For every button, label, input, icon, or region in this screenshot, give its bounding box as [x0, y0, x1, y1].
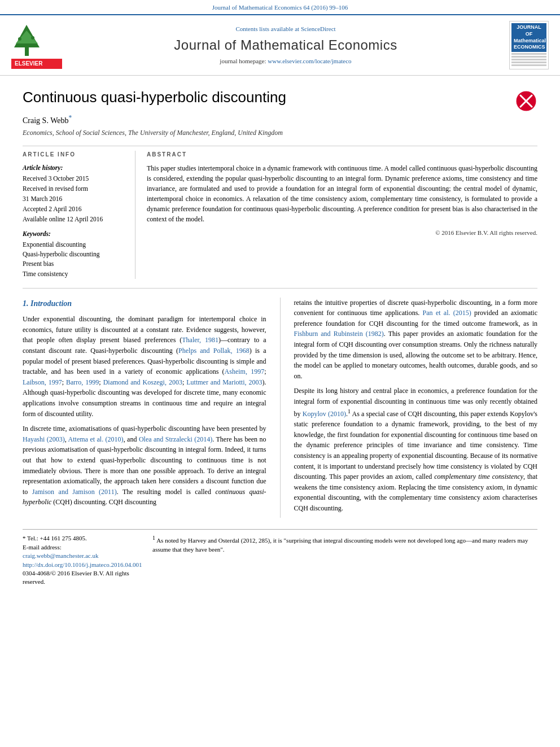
- elsevier-tree-icon: [11, 22, 42, 59]
- footnote-text: As noted by Harvey and Osterdal (2012, 2…: [152, 537, 528, 553]
- homepage-link[interactable]: www.elsevier.com/locate/jmateco: [268, 58, 351, 64]
- keyword-0: Exponential discounting: [23, 240, 126, 249]
- keyword-1: Quasi-hyperbolic discounting: [23, 250, 126, 259]
- keyword-3: Time consistency: [23, 269, 126, 278]
- body-para-1: Under exponential discounting, the domin…: [23, 314, 266, 419]
- author-name: Craig S. Webb*: [23, 113, 537, 126]
- column-divider: [280, 298, 281, 518]
- journal-homepage: journal homepage: www.elsevier.com/locat…: [68, 57, 504, 65]
- elsevier-wordmark: ELSEVIER: [11, 59, 62, 69]
- footnote-right: 1 As noted by Harvey and Osterdal (2012,…: [152, 534, 537, 586]
- journal-title: Journal of Mathematical Economics: [68, 36, 504, 55]
- hayashi-ref[interactable]: Hayashi (2003): [23, 435, 65, 443]
- author-affiliation: Economics, School of Social Sciences, Th…: [23, 128, 537, 138]
- journal-logo-lines: [511, 53, 546, 66]
- olea-ref[interactable]: Olea and Strzalecki (2014): [139, 435, 212, 443]
- journal-header-center: Contents lists available at ScienceDirec…: [68, 25, 504, 65]
- abstract-paragraph: This paper studies intertemporal choice …: [147, 163, 537, 224]
- jamison-ref[interactable]: Jamison and Jamison (2011): [32, 488, 117, 496]
- abstract-text: This paper studies intertemporal choice …: [147, 163, 537, 224]
- paper-content: Continuous quasi-hyperbolic discounting …: [0, 76, 560, 598]
- body-two-columns: 1. Introduction Under exponential discou…: [23, 298, 537, 518]
- body-para-3: retains the intuitive properties of disc…: [294, 298, 538, 382]
- paper-title: Continuous quasi-hyperbolic discounting: [23, 87, 537, 107]
- article-history-item-0: Received 3 October 2015: [23, 174, 126, 183]
- abstract-heading: ABSTRACT: [147, 151, 537, 159]
- email-label: E-mail address:: [23, 544, 62, 551]
- svg-point-4: [31, 36, 34, 40]
- keywords-section: Keywords: Exponential discounting Quasi-…: [23, 229, 126, 278]
- laibson-ref[interactable]: Laibson, 1997: [23, 378, 62, 386]
- article-history-item-1: Received in revised form: [23, 184, 126, 193]
- journal-reference-text: Journal of Mathematical Economics 64 (20…: [212, 4, 348, 11]
- keyword-2: Present bias: [23, 259, 126, 268]
- article-info-heading: ARTICLE INFO: [23, 151, 126, 159]
- section1-title: 1. Introduction: [23, 298, 266, 310]
- abstract-column: ABSTRACT This paper studies intertempora…: [147, 151, 537, 279]
- article-history-item-2: 31 March 2016: [23, 194, 126, 203]
- pan-ref[interactable]: Pan et al. (2015): [423, 309, 471, 317]
- journal-header: ELSEVIER Contents lists available at Sci…: [0, 15, 560, 76]
- author-sup: *: [68, 114, 72, 121]
- article-history-item-4: Available online 12 April 2016: [23, 215, 126, 224]
- body-para-4: Despite its long history and central pla…: [294, 386, 538, 513]
- crossmark-icon: [515, 90, 537, 112]
- footnote-area: * Tel.: +44 161 275 4805. E-mail address…: [23, 529, 537, 586]
- journal-logo-box: JOURNAL OFMathematicalECONOMICS: [509, 21, 549, 69]
- contents-line: Contents lists available at ScienceDirec…: [68, 25, 504, 33]
- abstract-copyright: © 2016 Elsevier B.V. All rights reserved…: [147, 229, 537, 237]
- article-info-column: ARTICLE INFO Article history: Received 3…: [23, 151, 135, 279]
- body-right-column: retains the intuitive properties of disc…: [294, 298, 538, 518]
- star-footnote: * Tel.: +44 161 275 4805.: [23, 534, 135, 543]
- sciencedirect-link[interactable]: ScienceDirect: [301, 25, 336, 32]
- doi-link[interactable]: http://dx.doi.org/10.1016/j.jmateco.2016…: [23, 561, 142, 568]
- barro-ref[interactable]: Barro, 1999: [66, 378, 99, 386]
- body-para-2: In discrete time, axiomatisations of qua…: [23, 423, 266, 508]
- journal-reference-bar: Journal of Mathematical Economics 64 (20…: [0, 0, 560, 15]
- elsevier-tree: [11, 22, 62, 59]
- thaler-ref[interactable]: Thaler, 1981: [182, 336, 218, 344]
- contents-label: Contents lists available at: [235, 25, 299, 32]
- email-line: E-mail address: craig.webb@manchester.ac…: [23, 543, 135, 561]
- copyright-line: 0304-4068/© 2016 Elsevier B.V. All right…: [23, 569, 135, 587]
- article-history-label: Article history:: [23, 163, 126, 172]
- author-name-text: Craig S. Webb: [23, 116, 68, 124]
- section-divider: [23, 146, 537, 146]
- email-link[interactable]: craig.webb@manchester.ac.uk: [23, 552, 98, 559]
- fishburn-ref[interactable]: Fishburn and Rubinstein (1982): [294, 330, 384, 338]
- phelps-ref[interactable]: Phelps and Pollak, 1968: [178, 347, 250, 355]
- attema-ref[interactable]: Attema et al. (2010): [68, 435, 124, 443]
- article-info-abstract: ARTICLE INFO Article history: Received 3…: [23, 151, 537, 279]
- elsevier-logo-left: ELSEVIER: [11, 22, 62, 69]
- body-left-column: 1. Introduction Under exponential discou…: [23, 298, 266, 518]
- svg-point-3: [18, 37, 21, 41]
- diamond-ref[interactable]: Diamond and Koszegi, 2003: [103, 378, 182, 386]
- footnote-left: * Tel.: +44 161 275 4805. E-mail address…: [23, 534, 135, 586]
- asheim-ref[interactable]: Asheim, 1997: [225, 368, 265, 375]
- footnote-number: 1: [152, 535, 155, 541]
- svg-marker-2: [16, 30, 38, 43]
- svg-rect-0: [25, 47, 29, 56]
- homepage-label: journal homepage:: [220, 58, 266, 64]
- keywords-label: Keywords:: [23, 229, 126, 238]
- article-history-item-3: Accepted 2 April 2016: [23, 204, 126, 213]
- kopylov-ref[interactable]: Kopylov (2010): [303, 410, 346, 418]
- luttmer-ref[interactable]: Luttmer and Mariotti, 2003: [186, 378, 262, 386]
- body-divider: [23, 288, 537, 289]
- journal-logo-title: JOURNAL OFMathematicalECONOMICS: [511, 23, 546, 52]
- doi-line: http://dx.doi.org/10.1016/j.jmateco.2016…: [23, 561, 135, 569]
